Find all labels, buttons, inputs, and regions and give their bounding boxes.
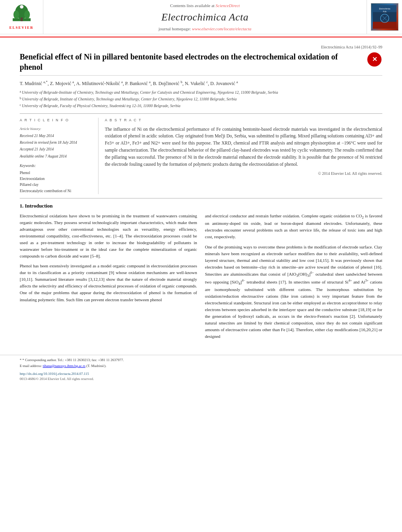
affil-b: b University of Belgrade, Institute of C…	[20, 96, 382, 102]
homepage-url[interactable]: www.elsevier.com/locate/electacta	[192, 26, 251, 31]
elsevier-tree-icon	[10, 4, 34, 24]
page-footer: * * Corresponding author. Tel.: +381 11 …	[0, 355, 402, 381]
article-info-label: A R T I C L E I N F O	[20, 118, 93, 123]
history-revised: Received in revised form 18 July 2014	[20, 140, 93, 146]
svg-text:Electrochimica: Electrochimica	[379, 8, 390, 10]
main-content: Electrochimica Acta 144 (2014) 92–99 Ben…	[0, 37, 402, 350]
svg-text:Acta: Acta	[383, 11, 386, 13]
body-columns: Electrochemical oxidations have shown to…	[20, 213, 382, 343]
issn-line: 0013-4686/© 2014 Elsevier Ltd. All right…	[20, 376, 382, 382]
email-line: E-mail address: tihana@nanosys.ihtm.bg.a…	[20, 363, 382, 369]
top-bar: ELSEVIER Contents lists available at Sci…	[0, 0, 402, 34]
corresponding-note: * * Corresponding author. Tel.: +381 11 …	[20, 358, 382, 363]
journal-homepage: journal homepage: www.elsevier.com/locat…	[158, 26, 251, 32]
volume-info: Electrochimica Acta 144 (2014) 92–99	[20, 44, 382, 50]
header-center: Contents lists available at ScienceDirec…	[43, 0, 367, 34]
keyword-1: Phenol	[20, 170, 93, 176]
authors-line: T. Mudrinić a,*, Z. Mojović a, A. Miluti…	[20, 80, 382, 87]
article-title-section: Beneficial effect of Ni in pillared bent…	[20, 52, 382, 76]
doi-line[interactable]: http://dx.doi.org/10.1016/j.electacta.20…	[20, 371, 382, 376]
keywords-label: Keywords:	[20, 163, 93, 169]
history-received: Received 21 May 2014	[20, 133, 93, 139]
intro-para3: and electrical conductor and restrain fu…	[205, 213, 382, 241]
history-label: Article history:	[20, 126, 93, 132]
crossmark: ✕	[367, 52, 382, 67]
abstract-label: A B S T R A C T	[105, 118, 382, 123]
keywords-section: Keywords: Phenol Electrooxidation Pillar…	[20, 163, 93, 194]
abstract-col: A B S T R A C T The influence of Ni on t…	[105, 118, 382, 194]
svg-rect-4	[20, 17, 22, 21]
keyword-2: Electrooxidation	[20, 176, 93, 182]
sciencedirect-line: Contents lists available at ScienceDirec…	[170, 3, 240, 9]
crossmark-icon: ✕	[367, 52, 382, 67]
article-history: Article history: Received 21 May 2014 Re…	[20, 126, 93, 159]
svg-point-2	[13, 10, 19, 19]
article-title: Beneficial effect of Ni in pillared bent…	[20, 52, 347, 72]
journal-header: ELSEVIER Contents lists available at Sci…	[0, 0, 402, 37]
copyright-line: © 2014 Elsevier Ltd. All rights reserved…	[105, 171, 382, 176]
svg-point-5	[20, 5, 23, 8]
elsevier-label: ELSEVIER	[9, 25, 34, 30]
section-divider	[20, 198, 382, 198]
email-link[interactable]: tihana@nanosys.ihtm.bg.ac.rs	[43, 364, 85, 368]
history-online: Available online 7 August 2014	[20, 154, 93, 159]
elsevier-logo: ELSEVIER	[0, 0, 43, 34]
affil-a: a University of Belgrade-Institute of Ch…	[20, 89, 382, 95]
intro-heading: 1. Introduction	[20, 202, 382, 209]
body-col-left: Electrochemical oxidations have shown to…	[20, 213, 197, 343]
intro-para4: One of the promising ways to overcome th…	[205, 244, 382, 340]
body-col-right: and electrical conductor and restrain fu…	[205, 213, 382, 343]
affiliations: a University of Belgrade-Institute of Ch…	[20, 89, 382, 109]
svg-point-3	[24, 10, 30, 19]
svg-rect-8	[373, 22, 396, 29]
intro-para2: Phenol has been extensively investigated…	[20, 263, 197, 303]
keyword-3: Pillared clay	[20, 182, 93, 188]
cover-thumbnail: Electrochimica Acta	[371, 3, 398, 31]
affil-c: c University of Belgrade, Faculty of Phy…	[20, 103, 382, 109]
journal-title: Electrochimica Acta	[161, 10, 248, 24]
article-info-col: A R T I C L E I N F O Article history: R…	[20, 118, 99, 194]
intro-para1: Electrochemical oxidations have shown to…	[20, 213, 197, 260]
keyword-4: Electrocatalytic contribution of Ni	[20, 188, 93, 194]
article-info-abstract: A R T I C L E I N F O Article history: R…	[20, 113, 382, 194]
abstract-text: The influence of Ni on the electrochemic…	[105, 126, 382, 168]
sciencedirect-link[interactable]: ScienceDirect	[216, 3, 240, 8]
corresponding-symbol: *	[20, 358, 22, 362]
history-accepted: Accepted 21 July 2014	[20, 146, 93, 152]
journal-cover: Electrochimica Acta	[367, 0, 402, 34]
